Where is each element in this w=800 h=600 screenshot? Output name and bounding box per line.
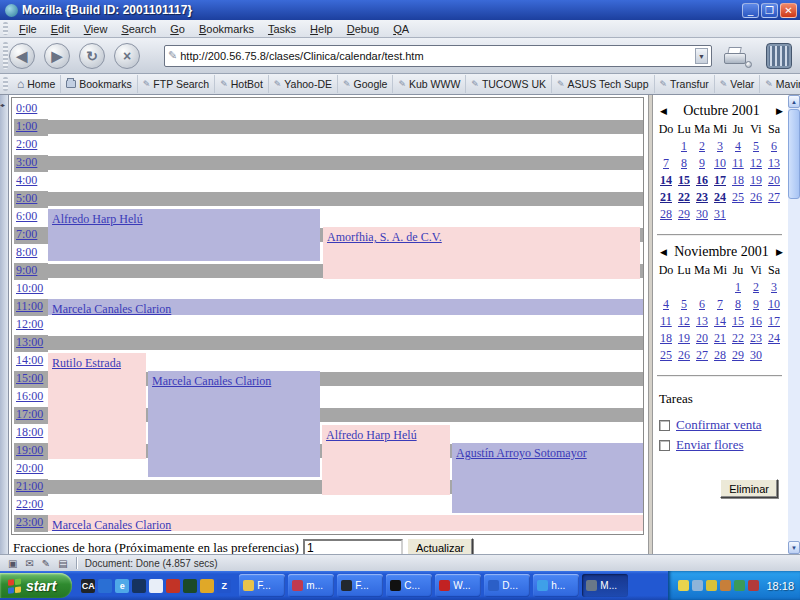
appointment-link[interactable]: Alfredo Harp Helú xyxy=(322,427,417,443)
print-button[interactable] xyxy=(722,44,752,68)
hour-link-13-00[interactable]: 13:00 xyxy=(14,335,43,349)
reload-button[interactable]: ↻ xyxy=(79,43,105,69)
green-app-icon[interactable] xyxy=(183,579,197,593)
close-button[interactable]: ✕ xyxy=(780,3,797,18)
date-link-30[interactable]: 30 xyxy=(750,348,762,362)
date-link-17[interactable]: 17 xyxy=(768,314,780,328)
date-link-21[interactable]: 21 xyxy=(660,190,672,204)
date-link-17[interactable]: 17 xyxy=(714,173,726,187)
tray-update-icon[interactable] xyxy=(748,580,759,591)
bookmark-item-ftp-search[interactable]: ✎FTP Search xyxy=(138,75,215,93)
toolbar-grippy[interactable] xyxy=(3,22,8,35)
bookmark-item-home[interactable]: ⌂Home xyxy=(12,75,61,93)
date-link-30[interactable]: 30 xyxy=(696,207,708,221)
date-link-2[interactable]: 2 xyxy=(699,139,705,153)
date-link-20[interactable]: 20 xyxy=(768,173,780,187)
toolbar-grippy[interactable] xyxy=(3,42,8,69)
hour-link-0-00[interactable]: 0:00 xyxy=(14,101,37,115)
hour-link-15-00[interactable]: 15:00 xyxy=(14,371,43,385)
date-link-22[interactable]: 22 xyxy=(678,190,690,204)
mail-icon[interactable]: ✉ xyxy=(25,558,33,569)
bookmark-item-kub-www[interactable]: ✎Kub WWW xyxy=(393,75,466,93)
stop-button[interactable]: × xyxy=(114,43,140,69)
bookmark-item-yahoo-de[interactable]: ✎Yahoo-DE xyxy=(269,75,338,93)
date-link-11[interactable]: 11 xyxy=(660,314,672,328)
url-dropdown-icon[interactable]: ▼ xyxy=(695,48,708,64)
date-link-28[interactable]: 28 xyxy=(660,207,672,221)
taskbar-window-button[interactable]: W... xyxy=(435,574,481,597)
red-app-icon[interactable] xyxy=(166,579,180,593)
hour-link-8-00[interactable]: 8:00 xyxy=(14,245,37,259)
date-link-15[interactable]: 15 xyxy=(732,314,744,328)
date-link-14[interactable]: 14 xyxy=(714,314,726,328)
task-link[interactable]: Confirmar venta xyxy=(676,417,762,433)
date-link-3[interactable]: 3 xyxy=(717,139,723,153)
hour-link-11-00[interactable]: 11:00 xyxy=(14,299,43,313)
appointment-link[interactable]: Amorfhia, S. A. de C.V. xyxy=(323,229,442,245)
date-link-16[interactable]: 16 xyxy=(696,173,708,187)
bookmark-item-velar[interactable]: ✎Velar xyxy=(715,75,760,93)
bookmark-item-mavir[interactable]: ✎Mavir xyxy=(760,75,800,93)
date-link-9[interactable]: 9 xyxy=(699,156,705,170)
hour-link-21-00[interactable]: 21:00 xyxy=(14,479,43,493)
ie-icon[interactable]: e xyxy=(115,579,129,593)
taskbar-window-button[interactable]: m... xyxy=(288,574,334,597)
date-link-25[interactable]: 25 xyxy=(732,190,744,204)
hour-link-1-00[interactable]: 1:00 xyxy=(14,119,37,133)
taskbar-window-button[interactable]: F... xyxy=(337,574,383,597)
vertical-scrollbar[interactable]: ▲ ▼ xyxy=(788,95,800,554)
sidebar-splitter[interactable] xyxy=(0,95,9,554)
date-link-22[interactable]: 22 xyxy=(732,331,744,345)
hour-link-4-00[interactable]: 4:00 xyxy=(14,173,37,187)
appointment-block[interactable]: Alfredo Harp Helú xyxy=(48,209,320,261)
date-link-3[interactable]: 3 xyxy=(771,280,777,294)
start-button[interactable]: start xyxy=(0,573,72,598)
date-link-8[interactable]: 8 xyxy=(681,156,687,170)
date-link-25[interactable]: 25 xyxy=(660,348,672,362)
eliminar-button[interactable]: Eliminar xyxy=(720,479,778,498)
bookmark-item-transfur[interactable]: ✎Transfur xyxy=(655,75,715,93)
menu-item-qa[interactable]: QA xyxy=(386,21,416,37)
menu-item-go[interactable]: Go xyxy=(163,21,192,37)
navy-app-icon[interactable] xyxy=(132,579,146,593)
appointment-block[interactable]: Alfredo Harp Helú xyxy=(322,425,450,495)
appointment-block[interactable]: Marcela Canales Clarion xyxy=(48,299,643,315)
date-link-7[interactable]: 7 xyxy=(717,297,723,311)
date-link-27[interactable]: 27 xyxy=(768,190,780,204)
menu-item-tasks[interactable]: Tasks xyxy=(261,21,303,37)
url-bar[interactable]: ✎ ▼ xyxy=(164,45,712,67)
bookmark-item-google[interactable]: ✎Google xyxy=(338,75,393,93)
date-link-27[interactable]: 27 xyxy=(696,348,708,362)
taskbar-window-button[interactable]: D... xyxy=(484,574,530,597)
hour-link-9-00[interactable]: 9:00 xyxy=(14,263,37,277)
appointment-link[interactable]: Marcela Canales Clarion xyxy=(148,373,271,389)
date-link-19[interactable]: 19 xyxy=(678,331,690,345)
show-desktop-icon[interactable] xyxy=(149,579,163,593)
date-link-10[interactable]: 10 xyxy=(768,297,780,311)
tray-network-icon[interactable] xyxy=(692,580,703,591)
menu-item-help[interactable]: Help xyxy=(303,21,340,37)
hour-link-10-00[interactable]: 10:00 xyxy=(14,281,43,295)
date-link-5[interactable]: 5 xyxy=(753,139,759,153)
appointment-link[interactable]: Alfredo Harp Helú xyxy=(48,211,143,227)
tray-flower-icon[interactable] xyxy=(706,580,717,591)
menu-item-view[interactable]: View xyxy=(77,21,115,37)
date-link-4[interactable]: 4 xyxy=(663,297,669,311)
minimize-button[interactable]: _ xyxy=(742,3,759,18)
prev-month-icon[interactable]: ◀ xyxy=(657,106,670,116)
appointment-link[interactable]: Marcela Canales Clarion xyxy=(48,301,171,315)
appointment-link[interactable]: Rutilo Estrada xyxy=(48,355,121,371)
url-input[interactable] xyxy=(180,50,695,62)
appointment-block[interactable]: Marcela Canales Clarion xyxy=(148,371,320,477)
addressbook-icon[interactable]: ▤ xyxy=(58,558,67,569)
media-app-icon[interactable] xyxy=(200,579,214,593)
hour-link-22-00[interactable]: 22:00 xyxy=(14,497,43,511)
bookmark-item-bookmarks[interactable]: Bookmarks xyxy=(61,75,138,93)
date-link-6[interactable]: 6 xyxy=(771,139,777,153)
date-link-28[interactable]: 28 xyxy=(714,348,726,362)
date-link-9[interactable]: 9 xyxy=(753,297,759,311)
date-link-26[interactable]: 26 xyxy=(750,190,762,204)
appointment-block[interactable]: Rutilo Estrada xyxy=(48,353,146,459)
scrollbar-thumb[interactable] xyxy=(788,109,800,199)
appointment-block[interactable]: Agustín Arroyo Sotomayor xyxy=(452,443,643,513)
